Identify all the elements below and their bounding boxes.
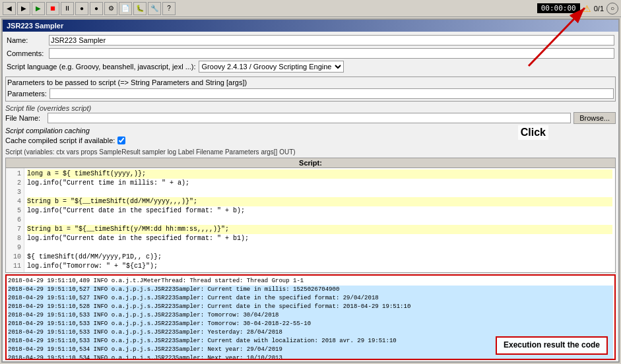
log-line: 2018-04-29 19:51:10,528 INFO o.a.j.p.j.s…: [8, 303, 613, 311]
caching-section: Script compilation caching Cache compile…: [5, 127, 616, 146]
log-line: 2018-04-29 19:51:10,534 INFO o.a.j.p.j.s…: [8, 346, 613, 354]
stop-btn[interactable]: ⏹: [46, 2, 59, 15]
file-name-input[interactable]: [48, 113, 571, 123]
help-btn[interactable]: ?: [162, 2, 176, 15]
log-line: 2018-04-29 19:51:10,533 INFO o.a.j.p.j.s…: [8, 311, 613, 320]
toolbar: ◀ ▶ ▶ ⏹ ⏸ ● ● ⚙ 📄 🐛 🔧 ? 00:00:00 ⚠ 0/1 ○: [0, 0, 621, 17]
browse-button[interactable]: Browse...: [573, 112, 616, 124]
script-vars: Script (variables: ctx vars props Sample…: [5, 148, 616, 156]
log-section: 2018-04-29 19:51:10,489 INFO o.a.j.t.JMe…: [5, 274, 616, 360]
window-body: Name: Comments: Script language (e.g. Gr…: [3, 32, 618, 361]
log-line: 2018-04-29 19:51:10,533 INFO o.a.j.p.j.s…: [8, 320, 613, 328]
code-line: ${ timeShift(dd/MM/yyyy,P1D,, c)};: [27, 253, 612, 262]
toolbar-left: ◀ ▶ ▶ ⏹ ⏸ ● ● ⚙ 📄 🐛 🔧 ?: [3, 2, 176, 15]
comments-input[interactable]: [49, 48, 614, 59]
name-label: Name:: [7, 36, 46, 44]
record-btn[interactable]: ●: [75, 2, 88, 15]
code-content[interactable]: long a = ${ timeShift(yyyy,)};log.info("…: [24, 168, 615, 272]
script-section: Script: 12345678910111213141516171819202…: [5, 158, 616, 273]
back-btn[interactable]: ◀: [3, 2, 16, 15]
file-name-label: File Name:: [5, 114, 45, 122]
name-input[interactable]: [49, 35, 614, 46]
counter-display: 0/1: [594, 5, 604, 13]
code-line: String b1 = "${__timeShift(y/MM:dd hh:mm…: [27, 225, 612, 234]
circle-btn[interactable]: ○: [606, 3, 618, 15]
comments-row: Comments:: [7, 47, 614, 59]
params-row: Parameters:: [7, 88, 614, 100]
log-line: 2018-04-29 19:51:10,533 INFO o.a.j.p.j.s…: [8, 337, 613, 346]
settings-btn[interactable]: ⚙: [104, 2, 117, 15]
warning-icon: ⚠: [583, 3, 591, 14]
code-line: [27, 188, 612, 197]
language-label: Script language (e.g. Groovy, beanshell,…: [7, 63, 196, 71]
code-line: [27, 271, 612, 272]
code-line: log.info("Current date in the specified …: [27, 234, 612, 243]
cache-check-label: Cache compiled script if available:: [5, 136, 115, 144]
log-content: 2018-04-29 19:51:10,489 INFO o.a.j.t.JMe…: [7, 276, 614, 359]
script-file-section: Script file (overrides script) File Name…: [5, 104, 616, 124]
record2-btn[interactable]: ●: [90, 2, 103, 15]
params-section: Parameters to be passed to script (=> St…: [5, 76, 616, 102]
cache-row: Cache compiled script if available:: [5, 135, 616, 146]
window-title: JSR223 Sampler: [3, 20, 618, 32]
script-header: Script:: [6, 158, 615, 168]
form-area: Name: Comments: Script language (e.g. Gr…: [3, 32, 618, 75]
comments-label: Comments:: [7, 49, 46, 57]
log-line: 2018-04-29 19:51:10,527 INFO o.a.j.p.j.s…: [8, 294, 613, 303]
caching-label: Script compilation caching: [5, 127, 616, 135]
name-row: Name:: [7, 34, 614, 46]
code-line: log.info("Current date in the specified …: [27, 206, 612, 216]
pause-btn[interactable]: ⏸: [61, 2, 74, 15]
timer-display: 00:00:00: [537, 3, 580, 13]
log-line: 2018-04-29 19:51:10,489 INFO o.a.j.t.JMe…: [8, 277, 613, 286]
file-btn[interactable]: 📄: [119, 2, 132, 15]
code-line: log.info("Current time in millis: " + a)…: [27, 179, 612, 188]
log-line: 2018-04-29 19:51:10,534 INFO o.a.j.p.j.s…: [8, 354, 613, 359]
script-file-label: Script file (overrides script): [5, 104, 616, 112]
tool-btn[interactable]: 🔧: [148, 2, 161, 15]
code-line: log.info("Tomorrow: " + "${c1}");: [27, 262, 612, 271]
toolbar-right: 00:00:00 ⚠ 0/1 ○: [537, 3, 618, 15]
forward-btn[interactable]: ▶: [17, 2, 30, 15]
play-btn[interactable]: ▶: [32, 2, 45, 15]
code-line: [27, 216, 612, 225]
code-line: String b = "${__timeShift(dd/MM/yyyy,,,)…: [27, 197, 612, 206]
cache-checkbox[interactable]: [117, 136, 125, 144]
file-row: File Name: Browse...: [5, 112, 616, 124]
code-line: [27, 243, 612, 253]
params-input[interactable]: [49, 88, 614, 99]
language-select[interactable]: Groovy 2.4.13 / Groovy Scripting Engine …: [199, 61, 344, 73]
language-row: Script language (e.g. Groovy, beanshell,…: [7, 61, 614, 73]
params-label: Parameters:: [7, 90, 47, 98]
debug-btn[interactable]: 🐛: [133, 2, 147, 15]
params-header: Parameters to be passed to script (=> St…: [7, 78, 614, 86]
line-numbers: 1234567891011121314151617181920212223242…: [6, 168, 24, 272]
log-line: 2018-04-29 19:51:10,527 INFO o.a.j.p.j.s…: [8, 286, 613, 294]
main-window: JSR223 Sampler Name: Comments: Script la…: [1, 18, 620, 363]
code-line: long a = ${ timeShift(yyyy,)};: [27, 169, 612, 179]
log-line: 2018-04-29 19:51:10,533 INFO o.a.j.p.j.s…: [8, 328, 613, 337]
script-editor[interactable]: 1234567891011121314151617181920212223242…: [6, 168, 615, 272]
